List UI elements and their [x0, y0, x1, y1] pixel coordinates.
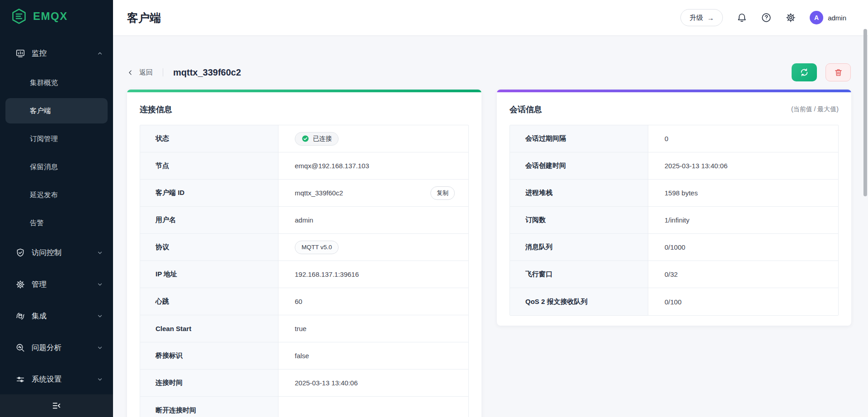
user-menu[interactable]: A admin — [810, 11, 846, 24]
sidebar-item-management[interactable]: 管理 — [0, 269, 113, 300]
notifications-bell-icon[interactable] — [736, 12, 747, 23]
row-label: 连接时间 — [140, 370, 278, 396]
sidebar-item-cluster-overview[interactable]: 集群概览 — [0, 69, 113, 97]
sidebar-item-diagnose[interactable]: 问题分析 — [0, 332, 113, 364]
row-value-text: admin — [295, 216, 313, 224]
row-label: 客户端 ID — [140, 180, 278, 206]
table-row: 断开连接时间 — [140, 397, 468, 417]
sidebar-item-retained-messages[interactable]: 保留消息 — [0, 153, 113, 181]
protocol-badge: MQTT v5.0 — [295, 241, 339, 254]
sidebar-item-system-settings[interactable]: 系统设置 — [0, 364, 113, 395]
status-badge: 已连接 — [295, 132, 339, 146]
row-value-text: 2025-03-13 13:40:06 — [295, 379, 358, 387]
system-settings-icon — [15, 374, 25, 384]
row-value: 60 — [278, 288, 468, 315]
row-value-text: 60 — [295, 298, 302, 305]
row-value: 0/1000 — [648, 234, 838, 261]
chevron-down-icon — [97, 313, 103, 319]
row-value: MQTT v5.0 — [278, 234, 468, 261]
table-row: 会话过期间隔0 — [510, 125, 838, 152]
emqx-logo-icon — [11, 8, 27, 24]
table-row: 消息队列0/1000 — [510, 234, 838, 261]
row-label: 状态 — [140, 125, 278, 152]
sidebar-item-label: 监控 — [32, 48, 97, 58]
table-row: 节点emqx@192.168.137.103 — [140, 152, 468, 180]
row-label: 消息队列 — [510, 234, 648, 261]
row-label: 断开连接时间 — [140, 397, 278, 417]
row-value: 已连接 — [278, 125, 468, 152]
sidebar-item-label: 告警 — [30, 218, 44, 228]
delete-button[interactable] — [826, 63, 851, 81]
help-icon[interactable] — [761, 12, 772, 23]
upgrade-button[interactable]: 升级 → — [680, 9, 723, 26]
table-row: 订阅数1/infinity — [510, 207, 838, 234]
row-value-text: 2025-03-13 13:40:06 — [665, 162, 727, 170]
sidebar-item-label: 保留消息 — [30, 162, 58, 172]
sidebar-collapse-button[interactable] — [0, 394, 113, 417]
row-label: 会话创建时间 — [510, 152, 648, 179]
card-title: 会话信息 — [509, 104, 542, 115]
session-info-card: 会话信息 (当前值 / 最大值) 会话过期间隔0会话创建时间2025-03-13… — [497, 90, 851, 326]
sidebar-item-subscriptions[interactable]: 订阅管理 — [0, 125, 113, 153]
row-label: 协议 — [140, 234, 278, 261]
row-label: 会话过期间隔 — [510, 125, 648, 152]
row-value-text: true — [295, 325, 307, 332]
sidebar-item-label: 问题分析 — [32, 343, 97, 353]
row-value-text: 0/100 — [665, 298, 682, 306]
scrollbar-thumb[interactable] — [863, 29, 867, 196]
sidebar-item-label: 订阅管理 — [30, 134, 58, 144]
header-actions: 升级 → — [680, 9, 846, 26]
row-value — [278, 397, 468, 417]
menu-fold-icon — [52, 401, 61, 411]
session-info-table: 会话过期间隔0会话创建时间2025-03-13 13:40:06进程堆栈1598… — [509, 125, 839, 316]
main-area: 客户端 升级 → — [113, 0, 868, 417]
row-label: 飞行窗口 — [510, 261, 648, 288]
username: admin — [828, 14, 846, 22]
table-row: 桥接标识false — [140, 342, 468, 370]
row-value-text: 1598 bytes — [665, 189, 698, 197]
content-area: 返回 mqttx_339f60c2 — [113, 35, 868, 417]
chevron-left-icon — [127, 69, 134, 76]
row-value-text: 0/1000 — [665, 243, 685, 251]
cards-row: 连接信息 状态已连接节点emqx@192.168.137.103客户端 IDmq… — [127, 90, 868, 417]
row-label: 用户名 — [140, 207, 278, 233]
chevron-down-icon — [97, 376, 103, 383]
sidebar-item-alarms[interactable]: 告警 — [0, 209, 113, 237]
integration-icon — [15, 311, 25, 321]
table-row: IP 地址192.168.137.1:39616 — [140, 261, 468, 288]
sidebar-item-monitoring[interactable]: 监控 — [0, 38, 113, 69]
row-value: 0 — [648, 125, 838, 152]
row-value: 0/32 — [648, 261, 838, 288]
sidebar-item-label: 访问控制 — [32, 248, 97, 258]
back-button[interactable]: 返回 — [127, 68, 153, 77]
chevron-down-icon — [97, 281, 103, 288]
table-row: 状态已连接 — [140, 125, 468, 152]
table-row: 心跳60 — [140, 288, 468, 315]
sidebar-item-access-control[interactable]: 访问控制 — [0, 237, 113, 269]
sidebar-item-clients[interactable]: 客户端 — [5, 98, 108, 123]
card-title: 连接信息 — [140, 104, 172, 115]
row-value: 0/100 — [648, 288, 838, 315]
row-label: 节点 — [140, 152, 278, 179]
app-logo[interactable]: EMQX — [0, 0, 113, 33]
table-row: 飞行窗口0/32 — [510, 261, 838, 288]
table-row: QoS 2 报文接收队列0/100 — [510, 288, 838, 315]
row-value: 1/infinity — [648, 207, 838, 233]
sidebar-item-delayed-publish[interactable]: 延迟发布 — [0, 181, 113, 209]
copy-button[interactable]: 复制 — [430, 186, 455, 200]
sidebar-item-label: 管理 — [32, 280, 97, 289]
row-label: 进程堆栈 — [510, 180, 648, 206]
sidebar-item-label: 系统设置 — [32, 374, 97, 384]
row-value: 1598 bytes — [648, 180, 838, 206]
back-label: 返回 — [139, 68, 153, 77]
row-label: Clean Start — [140, 315, 278, 342]
row-value-text: 1/infinity — [665, 216, 689, 224]
sidebar-item-integration[interactable]: 集成 — [0, 300, 113, 332]
refresh-button[interactable] — [792, 63, 817, 81]
avatar: A — [810, 11, 823, 24]
refresh-icon — [799, 67, 809, 77]
app-root: EMQX 监控 集群概览 客户端 — [0, 0, 868, 417]
table-row: 会话创建时间2025-03-13 13:40:06 — [510, 152, 838, 180]
chevron-up-icon — [97, 50, 103, 57]
settings-gear-icon[interactable] — [785, 12, 796, 23]
